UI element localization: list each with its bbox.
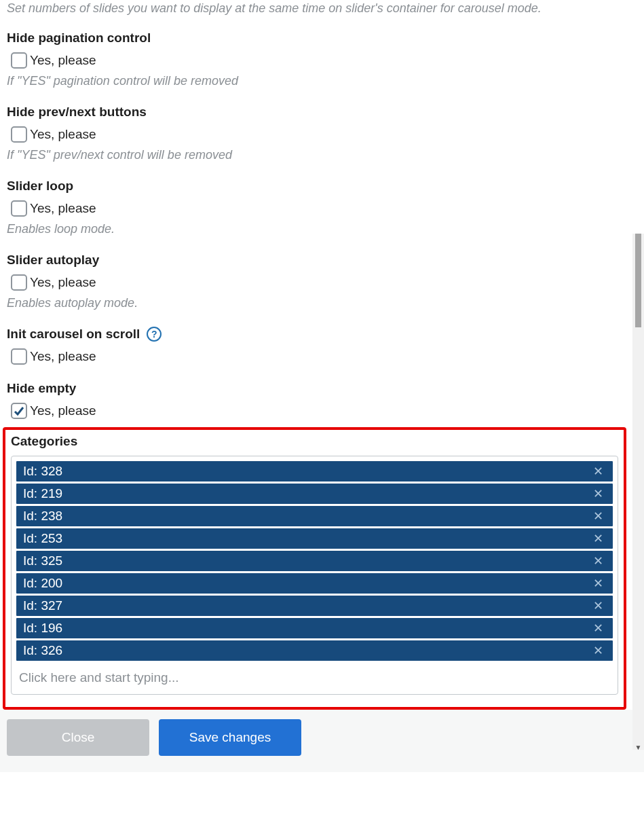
categories-multiselect[interactable]: Id: 328 ✕ Id: 219 ✕ Id: 238 ✕ Id: 253 ✕ … (11, 456, 618, 695)
close-icon[interactable]: ✕ (590, 532, 606, 545)
category-tag-label: Id: 200 (23, 576, 62, 591)
category-tag[interactable]: Id: 328 ✕ (16, 461, 613, 481)
category-tag[interactable]: Id: 200 ✕ (16, 573, 613, 594)
hide-empty-checkbox[interactable] (11, 403, 27, 419)
category-tag-label: Id: 219 (23, 486, 62, 501)
hide-pagination-checkbox[interactable] (11, 52, 27, 69)
slider-autoplay-label: Yes, please (30, 275, 96, 290)
close-button[interactable]: Close (7, 719, 149, 756)
category-tag[interactable]: Id: 253 ✕ (16, 528, 613, 549)
scrollbar-thumb[interactable] (635, 234, 641, 327)
scrollbar-track[interactable] (632, 234, 644, 750)
section-init-carousel: Init carousel on scroll ? Yes, please (7, 327, 637, 365)
category-tag-label: Id: 327 (23, 598, 62, 613)
init-carousel-label: Yes, please (30, 349, 96, 364)
slider-loop-hint: Enables loop mode. (7, 222, 637, 236)
hide-prevnext-checkbox[interactable] (11, 126, 27, 143)
scrollbar-down-icon[interactable]: ▼ (632, 742, 644, 753)
hide-prevnext-hint: If "YES" prev/next control will be remov… (7, 148, 637, 162)
help-icon[interactable]: ? (147, 327, 162, 342)
category-tag-label: Id: 238 (23, 509, 62, 524)
section-slider-loop: Slider loop Yes, please Enables loop mod… (7, 179, 637, 236)
category-tag-label: Id: 325 (23, 553, 62, 568)
slider-loop-label: Yes, please (30, 201, 96, 216)
hide-pagination-title: Hide pagination control (7, 31, 637, 46)
section-hide-prevnext: Hide prev/next buttons Yes, please If "Y… (7, 105, 637, 162)
hide-prevnext-title: Hide prev/next buttons (7, 105, 637, 120)
slider-loop-checkbox[interactable] (11, 200, 27, 217)
category-tag[interactable]: Id: 326 ✕ (16, 640, 613, 661)
category-tag-label: Id: 253 (23, 531, 62, 546)
slider-autoplay-checkbox[interactable] (11, 274, 27, 291)
slider-autoplay-title: Slider autoplay (7, 253, 637, 268)
category-tag[interactable]: Id: 196 ✕ (16, 618, 613, 638)
section-hide-empty: Hide empty Yes, please (7, 381, 637, 419)
categories-input[interactable] (16, 666, 613, 689)
category-tag-label: Id: 196 (23, 621, 62, 636)
close-icon[interactable]: ✕ (590, 577, 606, 589)
category-tag[interactable]: Id: 327 ✕ (16, 596, 613, 616)
slider-loop-title: Slider loop (7, 179, 637, 194)
init-carousel-title: Init carousel on scroll (7, 327, 140, 342)
close-icon[interactable]: ✕ (590, 488, 606, 500)
hide-pagination-label: Yes, please (30, 53, 96, 68)
close-icon[interactable]: ✕ (590, 622, 606, 634)
category-tag[interactable]: Id: 219 ✕ (16, 484, 613, 504)
close-icon[interactable]: ✕ (590, 600, 606, 612)
categories-section: Categories Id: 328 ✕ Id: 219 ✕ Id: 238 ✕… (3, 427, 626, 710)
save-changes-button[interactable]: Save changes (159, 719, 301, 756)
category-tag-label: Id: 326 (23, 643, 62, 658)
close-icon[interactable]: ✕ (590, 555, 606, 567)
close-icon[interactable]: ✕ (590, 465, 606, 477)
category-tag-label: Id: 328 (23, 464, 62, 479)
init-carousel-checkbox[interactable] (11, 348, 27, 365)
categories-title: Categories (11, 434, 618, 449)
slider-autoplay-hint: Enables autoplay mode. (7, 296, 637, 310)
hide-prevnext-label: Yes, please (30, 127, 96, 142)
hide-empty-label: Yes, please (30, 403, 96, 418)
close-icon[interactable]: ✕ (590, 644, 606, 657)
category-tag[interactable]: Id: 238 ✕ (16, 506, 613, 526)
dialog-footer: Close Save changes (0, 710, 644, 772)
category-tag[interactable]: Id: 325 ✕ (16, 551, 613, 571)
section-hide-pagination: Hide pagination control Yes, please If "… (7, 31, 637, 88)
hide-pagination-hint: If "YES" pagination control will be remo… (7, 74, 637, 88)
section-slider-autoplay: Slider autoplay Yes, please Enables auto… (7, 253, 637, 310)
intro-text: Set numbers of slides you want to displa… (7, 0, 637, 17)
hide-empty-title: Hide empty (7, 381, 637, 396)
close-icon[interactable]: ✕ (590, 510, 606, 522)
